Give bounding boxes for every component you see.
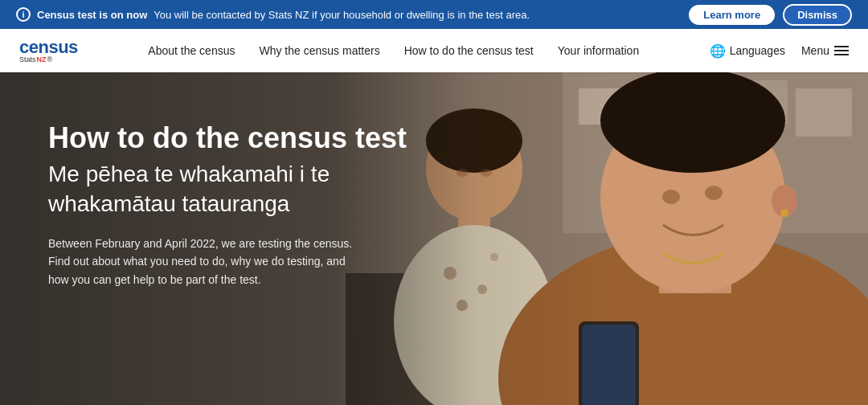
logo-census-text: census xyxy=(19,39,78,56)
languages-label: Languages xyxy=(730,44,785,57)
dismiss-button[interactable]: Dismiss xyxy=(783,4,852,26)
hero-section: How to do the census test Me pēhea te wh… xyxy=(0,72,868,405)
notification-right: Learn more Dismiss xyxy=(689,4,852,26)
language-icon: 🌐 xyxy=(710,43,726,59)
notification-left: i Census test is on now You will be cont… xyxy=(16,7,530,22)
info-icon: i xyxy=(16,7,31,22)
hero-subtitle-maori: Me pēhea te whakamahi i te whakamātau ta… xyxy=(48,160,450,219)
nav-link-info[interactable]: Your information xyxy=(558,44,639,57)
languages-button[interactable]: 🌐 Languages xyxy=(710,43,785,59)
notification-banner: i Census test is on now You will be cont… xyxy=(0,0,868,29)
nav-link-why[interactable]: Why the census matters xyxy=(259,44,379,57)
logo[interactable]: census StatsNZ® xyxy=(19,39,78,63)
navbar: census StatsNZ® About the census Why the… xyxy=(0,29,868,72)
notification-bold-text: Census test is on now xyxy=(37,9,147,21)
nav-links: About the census Why the census matters … xyxy=(148,43,639,58)
hamburger-icon xyxy=(834,46,849,55)
logo-stats-text: StatsNZ® xyxy=(19,56,78,63)
menu-label: Menu xyxy=(801,44,829,57)
nav-right: 🌐 Languages Menu xyxy=(710,43,849,59)
nav-link-about[interactable]: About the census xyxy=(148,44,235,57)
notification-description: You will be contacted by Stats NZ if you… xyxy=(154,9,530,21)
nav-link-how[interactable]: How to do the census test xyxy=(404,44,534,57)
learn-more-button[interactable]: Learn more xyxy=(689,5,775,25)
hero-title: How to do the census test xyxy=(48,121,450,155)
hero-content: How to do the census test Me pēhea te wh… xyxy=(48,121,450,288)
menu-button[interactable]: Menu xyxy=(801,44,849,57)
hero-description: Between February and April 2022, we are … xyxy=(48,235,354,288)
